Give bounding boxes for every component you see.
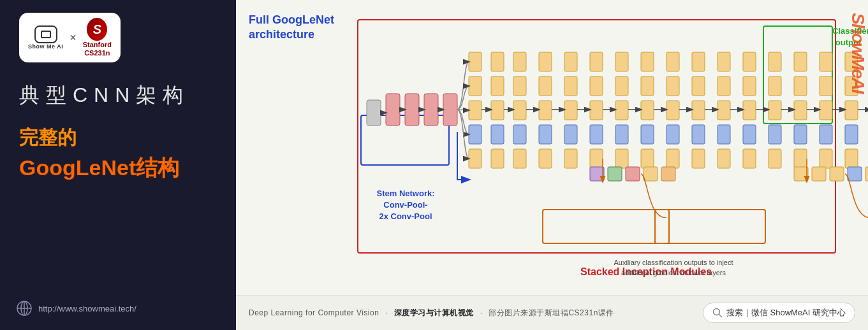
svg-rect-99 bbox=[820, 125, 832, 144]
svg-rect-44 bbox=[590, 101, 603, 120]
svg-rect-28 bbox=[513, 149, 526, 168]
svg-rect-45 bbox=[590, 125, 603, 144]
watermark: ShowMeAI bbox=[848, 13, 868, 93]
stanford-letter: S bbox=[87, 18, 107, 41]
svg-rect-7 bbox=[424, 94, 438, 126]
logo-area: Show Me AI × S Stanford CS231n bbox=[19, 13, 121, 62]
svg-rect-4 bbox=[367, 100, 381, 126]
svg-rect-20 bbox=[491, 101, 504, 120]
svg-rect-50 bbox=[615, 101, 628, 120]
svg-rect-32 bbox=[539, 101, 552, 120]
svg-rect-76 bbox=[717, 149, 730, 168]
svg-rect-72 bbox=[717, 52, 730, 71]
auxiliary-label: Auxiliary classification outputs to inje… bbox=[578, 258, 769, 278]
svg-rect-17 bbox=[469, 149, 482, 168]
search-label: 搜索｜微信 ShowMeAI 研究中心 bbox=[726, 307, 846, 319]
svg-rect-8 bbox=[443, 94, 457, 126]
svg-rect-69 bbox=[692, 125, 705, 144]
cross-symbol: × bbox=[70, 31, 77, 45]
svg-rect-94 bbox=[794, 149, 807, 168]
svg-rect-62 bbox=[666, 101, 679, 120]
stanford-logo: S Stanford CS231n bbox=[83, 18, 112, 57]
svg-rect-27 bbox=[513, 125, 526, 144]
svg-rect-105 bbox=[845, 125, 858, 144]
svg-rect-58 bbox=[641, 149, 654, 168]
svg-rect-138 bbox=[848, 167, 862, 181]
svg-rect-92 bbox=[794, 101, 807, 120]
svg-rect-73 bbox=[717, 76, 730, 96]
arch-title: Full GoogLeNet architecture bbox=[249, 13, 334, 43]
svg-rect-21 bbox=[491, 125, 504, 144]
svg-rect-88 bbox=[769, 149, 781, 168]
search-box[interactable]: 搜索｜微信 ShowMeAI 研究中心 bbox=[703, 303, 855, 323]
svg-rect-75 bbox=[717, 125, 730, 144]
svg-rect-33 bbox=[539, 125, 552, 144]
svg-rect-60 bbox=[666, 52, 679, 71]
bottom-bar: Deep Learning for Computer Vision · 深度学习… bbox=[236, 295, 868, 330]
svg-rect-6 bbox=[405, 94, 419, 126]
svg-rect-18 bbox=[491, 52, 504, 71]
left-panel: Show Me AI × S Stanford CS231n 典型CNN架构 完… bbox=[0, 0, 236, 330]
svg-rect-67 bbox=[692, 76, 705, 96]
svg-rect-90 bbox=[794, 52, 807, 71]
svg-rect-130 bbox=[590, 167, 604, 181]
svg-rect-84 bbox=[769, 52, 781, 71]
svg-rect-56 bbox=[641, 101, 654, 120]
svg-rect-98 bbox=[820, 101, 832, 120]
svg-rect-106 bbox=[845, 149, 858, 168]
stem-network-label: Stem Network: Conv-Pool- 2x Conv-Pool bbox=[361, 188, 450, 223]
svg-rect-34 bbox=[539, 149, 552, 168]
right-panel: Full GoogLeNet architecture bbox=[236, 0, 868, 330]
title-cnn: 典型CNN架构 bbox=[19, 82, 189, 110]
svg-rect-74 bbox=[717, 101, 730, 120]
svg-rect-86 bbox=[769, 101, 781, 120]
svg-rect-15 bbox=[469, 101, 482, 120]
showme-logo: Show Me AI bbox=[28, 25, 63, 50]
bottom-dot-1: · bbox=[385, 308, 388, 317]
svg-rect-97 bbox=[820, 76, 832, 96]
bottom-text-2: 深度学习与计算机视觉 bbox=[394, 308, 474, 317]
svg-rect-70 bbox=[692, 149, 705, 168]
svg-line-141 bbox=[719, 315, 722, 318]
svg-rect-137 bbox=[830, 167, 844, 181]
svg-rect-135 bbox=[794, 167, 808, 181]
stanford-name: Stanford CS231n bbox=[83, 41, 112, 57]
showme-icon bbox=[34, 25, 57, 43]
svg-rect-43 bbox=[590, 76, 603, 96]
svg-point-140 bbox=[713, 309, 719, 315]
website-icon bbox=[15, 299, 33, 317]
svg-rect-134 bbox=[661, 167, 675, 181]
svg-rect-85 bbox=[769, 76, 781, 96]
svg-rect-30 bbox=[539, 52, 552, 71]
svg-rect-55 bbox=[641, 76, 654, 96]
svg-rect-38 bbox=[564, 101, 577, 120]
svg-rect-40 bbox=[564, 149, 577, 168]
website-url: http://www.showmeai.tech/ bbox=[38, 304, 136, 313]
svg-rect-54 bbox=[641, 52, 654, 71]
subtitle-googlenet: GoogLeNet结构 bbox=[19, 154, 179, 183]
svg-rect-36 bbox=[564, 52, 577, 71]
svg-rect-100 bbox=[820, 149, 832, 168]
svg-rect-96 bbox=[820, 52, 832, 71]
svg-rect-57 bbox=[641, 125, 654, 144]
svg-rect-87 bbox=[769, 125, 781, 144]
svg-rect-49 bbox=[615, 76, 628, 96]
svg-rect-46 bbox=[590, 149, 603, 168]
svg-rect-133 bbox=[644, 167, 658, 181]
svg-rect-14 bbox=[469, 76, 482, 96]
svg-rect-48 bbox=[615, 52, 628, 71]
svg-rect-52 bbox=[615, 149, 628, 168]
svg-rect-39 bbox=[564, 125, 577, 144]
website-row: http://www.showmeai.tech/ bbox=[15, 299, 136, 317]
svg-rect-66 bbox=[692, 52, 705, 71]
svg-rect-61 bbox=[666, 76, 679, 96]
svg-rect-139 bbox=[865, 167, 868, 181]
svg-rect-22 bbox=[491, 149, 504, 168]
svg-rect-93 bbox=[794, 125, 807, 144]
svg-rect-25 bbox=[513, 76, 526, 96]
subtitle-complete: 完整的 bbox=[19, 125, 77, 151]
bottom-text-1: Deep Learning for Computer Vision bbox=[249, 308, 379, 317]
svg-rect-42 bbox=[590, 52, 603, 71]
svg-rect-131 bbox=[608, 167, 622, 181]
svg-rect-26 bbox=[513, 101, 526, 120]
